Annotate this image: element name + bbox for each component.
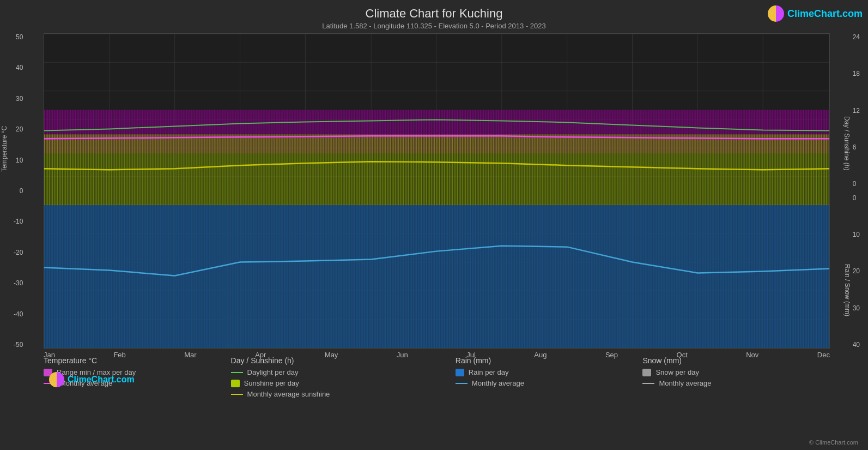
legend-item-snow-per-day: Snow per day [642,368,830,376]
chart-title: Climate Chart for Kuching [0,7,868,21]
logo-bottom-left: ClimeChart.com [49,372,135,387]
x-axis: Jan Feb Mar Apr May Jun Jul Aug Sep Oct … [44,349,830,359]
legend-swatch-sunshine [231,380,240,387]
legend-line-sunshine-avg [231,394,243,395]
svg-rect-33 [44,134,829,205]
chart-wrapper: 50 40 30 20 10 0 -10 -20 -30 -40 -50 24 … [44,33,830,349]
legend-col-rain: Rain (mm) Rain per day Monthly average [456,356,643,401]
legend-line-daylight [231,372,243,373]
y-axis-left: 50 40 30 20 10 0 -10 -20 -30 -40 -50 [14,33,23,349]
legend-item-daylight: Daylight per day [231,368,456,376]
legend-swatch-snow [642,369,651,376]
legend-item-sunshine-avg: Monthly average sunshine [231,390,456,398]
legend-item-rain-avg: Monthly average [456,379,643,387]
legend-item-snow-avg: Monthly average [642,379,830,387]
y-label-right-bottom: Rain / Snow (mm) [843,264,851,316]
y-axis-right-top: 24 18 12 6 0 [853,33,860,188]
legend-line-rain-avg [456,383,468,384]
copyright: © ClimeChart.com [809,439,858,446]
legend-item-sunshine-per-day: Sunshine per day [231,379,456,387]
y-axis-right-bottom: 0 10 20 30 40 [853,194,860,349]
chart-subtitle: Latitude 1.582 - Longitude 110.325 - Ele… [0,22,868,30]
logo-text-bottom: ClimeChart.com [68,375,135,385]
y-label-left: Temperature °C [1,126,8,172]
legend-col-sunshine: Day / Sunshine (h) Daylight per day Suns… [231,356,456,401]
logo-icon-bottom [49,372,64,387]
chart-svg [44,33,830,349]
logo-icon-top [768,5,784,22]
title-section: Climate Chart for Kuching Latitude 1.582… [0,0,868,30]
legend-item-rain-per-day: Rain per day [456,368,643,376]
logo-text-top: ClimeChart.com [787,8,863,20]
logo-top-right: ClimeChart.com [768,5,863,22]
y-label-right-top: Day / Sunshine (h) [842,116,850,170]
page-container: ClimeChart.com Climate Chart for Kuching… [0,0,868,450]
legend-line-snow-avg [642,383,654,384]
svg-rect-25 [44,205,829,348]
legend-swatch-rain [456,369,464,376]
legend-col-snow: Snow (mm) Snow per day Monthly average [642,356,830,401]
